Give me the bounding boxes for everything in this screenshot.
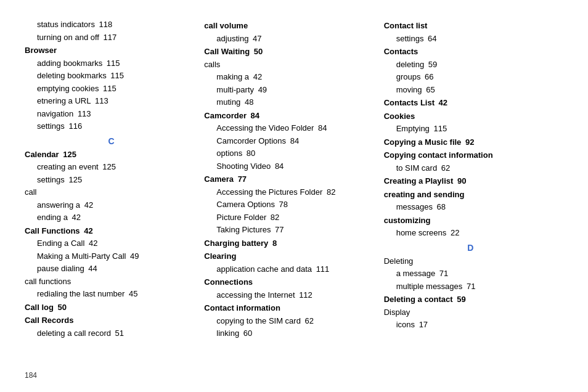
list-item: multiple messages 71	[384, 280, 557, 293]
entry-number: 49	[128, 251, 139, 261]
entry-text: settings	[396, 34, 424, 43]
entry-number: 82	[324, 187, 335, 197]
entry-text: call volume	[204, 21, 248, 30]
entry-number: 64	[425, 34, 436, 43]
list-item: Contact list	[384, 20, 557, 32]
entry-number: 59	[455, 295, 466, 304]
entry-text: multi-party	[216, 85, 254, 94]
entry-number: 66	[422, 72, 433, 81]
entry-text: Call Functions	[25, 226, 80, 235]
entry-text: copying to the SIM card	[216, 316, 301, 325]
list-item: deleting 59	[384, 59, 557, 71]
entry-number: 115	[104, 59, 120, 68]
entry-text: deleting bookmarks	[37, 71, 107, 80]
list-item: Emptying 115	[384, 123, 557, 135]
entry-text: moving	[396, 85, 422, 94]
entry-number: 115	[100, 84, 116, 93]
entry-text: Contacts List	[384, 98, 435, 107]
entry-text: Copying contact information	[384, 150, 493, 160]
list-item: groups 66	[384, 71, 557, 83]
entry-text: groups	[396, 72, 421, 81]
column-1: status indicators 118turning on and off …	[25, 18, 204, 340]
list-item: customizing	[384, 214, 557, 227]
entry-number: 22	[448, 228, 459, 237]
list-item: Browser	[25, 44, 198, 57]
list-item: Contacts List 42	[384, 97, 557, 109]
entry-text: Clearing	[204, 251, 236, 261]
list-item: Clearing	[204, 250, 377, 263]
entry-text: Deleting a contact	[384, 295, 453, 304]
entry-number: 8	[270, 239, 277, 248]
entry-number: 45	[126, 289, 137, 298]
list-item: deleting a call record 51	[25, 327, 198, 340]
list-item: creating an event 125	[25, 161, 198, 173]
list-item: Copying a Music file 92	[384, 136, 557, 149]
entry-number: 113	[75, 109, 91, 118]
list-item: call volume	[204, 20, 377, 32]
entry-number: 116	[67, 121, 82, 131]
list-item: Cookies	[384, 110, 557, 123]
entry-text: Camera Options	[216, 200, 275, 209]
entry-number: 125	[61, 150, 76, 159]
list-item: answering a 42	[25, 199, 198, 211]
entry-number: 125	[67, 175, 82, 184]
list-item: status indicators 118	[25, 18, 198, 31]
entry-number: 77	[272, 225, 284, 234]
entry-number: 77	[235, 174, 247, 184]
entry-text: navigation	[37, 109, 73, 118]
entry-text: Camcorder	[204, 111, 247, 120]
entry-text: Creating a Playlist	[384, 176, 454, 186]
entry-text: options	[216, 149, 242, 158]
entry-number: 71	[437, 269, 448, 278]
list-item: settings 125	[25, 174, 198, 186]
list-item: Contacts	[384, 46, 557, 58]
entry-text: settings	[37, 121, 65, 131]
entry-number: 42	[86, 239, 97, 248]
page-number: 184	[25, 371, 37, 380]
entry-number: 62	[439, 163, 450, 173]
list-item: Deleting a contact 59	[384, 293, 557, 306]
list-item: Deleting	[384, 255, 557, 267]
entry-number: 47	[250, 34, 261, 43]
entry-text: multiple messages	[396, 282, 463, 291]
entry-number: 84	[288, 136, 299, 145]
entry-text: Connections	[204, 277, 253, 287]
entry-text: to SIM card	[396, 163, 437, 173]
entry-text: linking	[216, 329, 239, 338]
list-item: muting 48	[204, 96, 377, 108]
entry-text: deleting	[396, 60, 425, 69]
entry-text: pause dialing	[37, 264, 84, 273]
entry-number: 65	[424, 85, 435, 94]
list-item: call functions	[25, 276, 198, 288]
entry-number: 62	[303, 316, 314, 325]
entry-number: 59	[426, 60, 437, 69]
entry-number: 92	[463, 137, 474, 147]
entry-number: 42	[70, 213, 81, 222]
entry-text: Deleting	[384, 256, 414, 266]
list-item: pause dialing 44	[25, 263, 198, 275]
entry-text: Taking Pictures	[216, 225, 271, 234]
entry-text: home screens	[396, 228, 447, 237]
list-item: Camcorder 84	[204, 110, 377, 122]
entry-number: 84	[316, 123, 327, 133]
entry-text: calls	[204, 60, 220, 69]
entry-text: making a	[216, 72, 249, 81]
entry-number: 50	[251, 47, 263, 56]
entry-number: 113	[92, 96, 108, 105]
entry-text: Contacts	[384, 47, 419, 56]
entry-text: Contact information	[204, 303, 280, 312]
list-item: settings 116	[25, 120, 198, 133]
entry-text: messages	[396, 202, 433, 211]
entry-number: 118	[97, 20, 112, 29]
list-item: moving 65	[384, 84, 557, 96]
list-item: etnering a URL 113	[25, 95, 198, 107]
entry-text: Making a Multi-Party Call	[37, 251, 126, 261]
list-item: Camera 77	[204, 173, 377, 186]
list-item: icons 17	[384, 319, 557, 331]
list-item: calls	[204, 59, 377, 71]
list-item: Call log 50	[25, 301, 198, 314]
list-item: redialing the last number 45	[25, 288, 198, 300]
entry-text: Shooting Video	[216, 161, 271, 171]
list-item: application cache and data 111	[204, 263, 377, 276]
list-item: options 80	[204, 147, 377, 160]
